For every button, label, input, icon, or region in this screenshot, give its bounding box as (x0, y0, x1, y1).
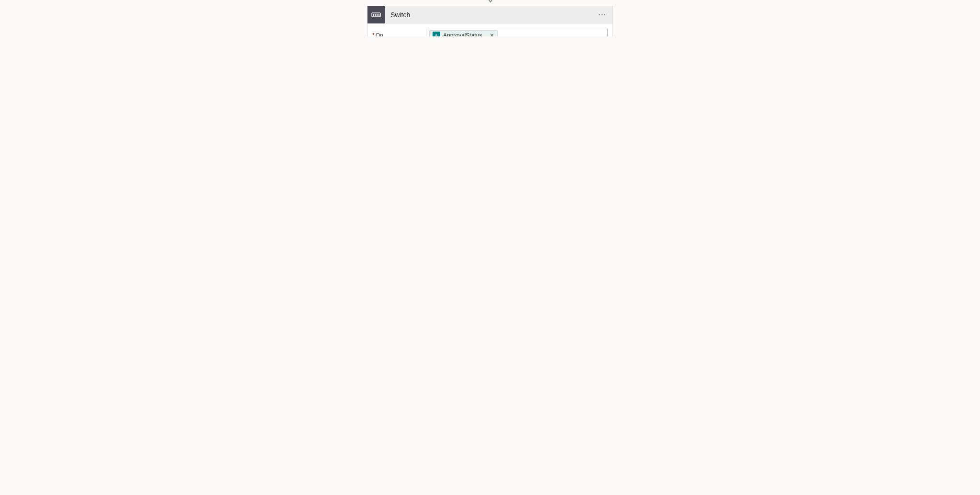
switch-menu-button[interactable]: ··· (597, 11, 608, 18)
switch-on-input[interactable]: s ApprovalStatus... ✕ (426, 29, 608, 36)
switch-title: Switch (385, 11, 597, 19)
approval-status-token[interactable]: s ApprovalStatus... ✕ (429, 30, 498, 36)
switch-on-label: *On (372, 32, 426, 36)
sharepoint-icon: s (433, 32, 440, 36)
switch-header[interactable]: Switch ··· (368, 6, 612, 23)
switch-icon (368, 6, 385, 23)
svg-rect-3 (377, 14, 378, 16)
switch-action-card[interactable]: Switch ··· *On s ApprovalStatus... ✕ (367, 6, 613, 36)
remove-token-icon[interactable]: ✕ (490, 32, 494, 36)
svg-rect-1 (373, 14, 374, 16)
token-label: ApprovalStatus... (443, 32, 487, 36)
svg-rect-2 (375, 14, 376, 16)
svg-rect-4 (379, 14, 379, 16)
